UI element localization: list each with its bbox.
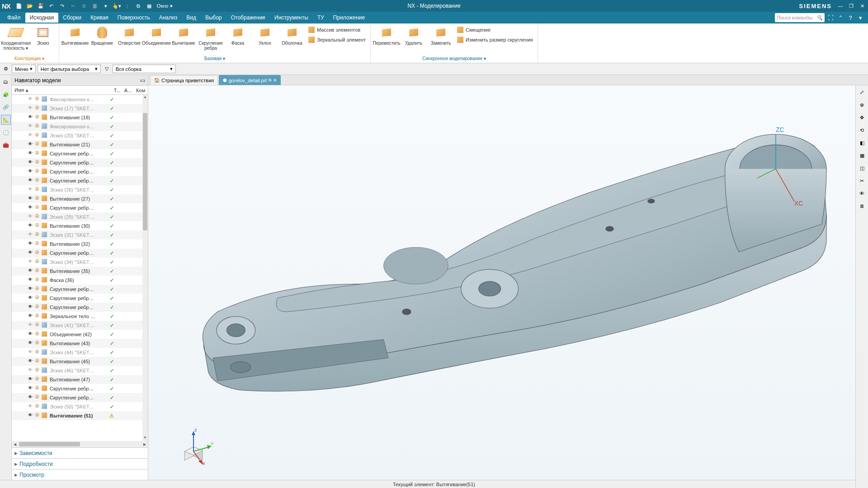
command-search[interactable]: Поиск команды 🔍 [775, 13, 825, 22]
feature-row[interactable]: 👁⦿Зеркальное тело (40)✓ [12, 312, 142, 321]
feature-row[interactable]: 👁⦿Вытягивание (43)✓ [12, 339, 142, 348]
tool-Скругление[interactable]: Скругление ребра [198, 24, 224, 52]
tool-Уклон[interactable]: Уклон [252, 24, 278, 47]
feature-row[interactable]: 👁⦿Фиксированная коорд...✓ [12, 122, 142, 131]
minimize-icon[interactable]: — [836, 3, 844, 9]
feature-row[interactable]: 👁⦿Эскиз (46) "SKETCH_012"✓ [12, 366, 142, 375]
feature-row[interactable]: 👁⦿Эскиз (50) "SKETCH_013"✓ [12, 402, 142, 411]
options-icon[interactable]: ▾ [856, 14, 864, 21]
pin-icon[interactable]: ⌃ [836, 14, 844, 21]
open-icon[interactable]: 📂 [25, 1, 35, 10]
show-hide-icon[interactable]: 👁 [857, 188, 867, 198]
touch-icon[interactable]: 👆▾ [112, 1, 122, 10]
qat-more-icon[interactable]: ▾ [101, 1, 111, 10]
section-preview[interactable]: ▶Просмотр [12, 469, 148, 480]
section-dependencies[interactable]: ▶Зависимости [12, 447, 148, 458]
constraint-navigator-icon[interactable]: 🔗 [1, 102, 11, 112]
feature-row[interactable]: 👁⦿Эскиз (41) "SKETCH_010"✓ [12, 321, 142, 330]
copy-icon[interactable]: ⧉ [79, 1, 89, 10]
tile-icon[interactable]: ▦ [144, 1, 154, 10]
feature-row[interactable]: 👁⦿Вытягивание (32)✓ [12, 239, 142, 249]
tool-Вытягивание[interactable]: Вытягивание [62, 24, 88, 47]
feature-row[interactable]: 👁⦿Вытягивание (47)✓ [12, 375, 142, 384]
tool-Изменить[interactable]: Изменить размер скругления [455, 35, 535, 44]
feature-row[interactable]: 👁⦿Вытягивание (27)✓ [12, 194, 142, 203]
scroll-thumb[interactable] [143, 113, 147, 230]
scroll-up-icon[interactable]: ▲ [142, 95, 148, 100]
roles-icon[interactable]: 🧰 [1, 140, 11, 150]
feature-row[interactable]: 👁⦿Эскиз (26) "SKETCH_006"✓ [12, 185, 142, 194]
section-icon[interactable]: ✂ [857, 176, 867, 186]
ribbon-tab-6[interactable]: Вид [182, 13, 201, 23]
tool-Вращение[interactable]: Вращение [89, 24, 115, 47]
3d-canvas[interactable]: ZC XC Z Y X ⤢ ⊕ ✥ ⟲ [148, 85, 868, 488]
paste-icon[interactable]: 📋 [90, 1, 100, 10]
assembly-navigator-icon[interactable]: 🧩 [1, 89, 11, 99]
tool-Отверстие[interactable]: Отверстие [116, 24, 142, 47]
tool-Вычитание[interactable]: Вычитание [170, 24, 197, 47]
selection-filter-combo[interactable]: Нет фильтра выбора▾ [38, 65, 101, 73]
doc-tab[interactable]: ⬢gorelov_detail.prt⧉✕ [219, 75, 281, 85]
feature-row[interactable]: 👁⦿Вытягивание (45)✓ [12, 357, 142, 366]
shaded-icon[interactable]: ◧ [857, 138, 867, 148]
fullscreen-icon[interactable]: ⛶ [826, 14, 835, 21]
save-icon[interactable]: 💾 [36, 1, 46, 10]
tool-Зеркальный[interactable]: Зеркальный элемент [306, 35, 368, 44]
feature-row[interactable]: 👁⦿Эскиз (34) "SKETCH_009"✓ [12, 258, 142, 267]
vertical-scrollbar[interactable]: ▲ ▼ [142, 95, 148, 441]
feature-row[interactable]: 👁⦿Вытягивание (35)✓ [12, 267, 142, 276]
feature-tree[interactable]: 👁⦿Фиксированная коорд...✓👁⦿Эскиз (17) "S… [12, 95, 148, 441]
scroll-left-icon[interactable]: ◀ [12, 442, 18, 446]
new-icon[interactable]: 📄 [14, 1, 24, 10]
feature-row[interactable]: 👁⦿Эскиз (44) "SKETCH_011"✓ [12, 348, 142, 357]
ribbon-tab-2[interactable]: Сборки [58, 13, 86, 23]
doc-tab[interactable]: 🏠Страница приветствия [150, 75, 218, 85]
help-icon[interactable]: ? [846, 14, 854, 21]
feature-row[interactable]: 👁⦿Вытягивание (30)✓ [12, 221, 142, 230]
feature-row[interactable]: 👁⦿Вытягивание (51)⚠ [12, 411, 142, 420]
redo-icon[interactable]: ↷ [57, 1, 67, 10]
horizontal-scrollbar[interactable]: ◀ ▶ [12, 441, 148, 447]
scroll-right-icon[interactable]: ▶ [142, 442, 148, 446]
tab-close-icon[interactable]: ✕ [273, 78, 277, 83]
feature-row[interactable]: 👁⦿Фиксированная коорд...✓ [12, 95, 142, 104]
layers-icon[interactable]: ≣ [857, 201, 867, 211]
feature-row[interactable]: 👁⦿Скругление ребра (39)✓ [12, 303, 142, 312]
restore-icon[interactable]: ⧉ [133, 1, 143, 10]
hscroll-thumb[interactable] [19, 442, 80, 446]
perspective-icon[interactable]: ◫ [857, 163, 867, 173]
filter-icon[interactable]: ▽ [103, 65, 111, 73]
tool-Удалить[interactable]: Удалить [401, 24, 427, 47]
selection-scope-combo[interactable]: Вся сборка▾ [113, 65, 176, 73]
view-triad[interactable]: Z Y X [175, 424, 216, 465]
tree-columns[interactable]: Имя ▴ Т... А... Ком [12, 86, 148, 95]
undo-icon[interactable]: ↶ [47, 1, 57, 10]
feature-row[interactable]: 👁⦿Скругление ребра (23)✓ [12, 158, 142, 167]
section-details[interactable]: ▶Подробности [12, 458, 148, 469]
feature-row[interactable]: 👁⦿Эскиз (17) "SKETCH_004"✓ [12, 104, 142, 113]
feature-row[interactable]: 👁⦿Эскиз (29) "SKETCH_007"✓ [12, 212, 142, 221]
feature-row[interactable]: 👁⦿Вытягивание (18)✓ [12, 113, 142, 122]
history-icon[interactable]: 🕘 [1, 127, 11, 137]
ribbon-tab-4[interactable]: Поверхность [113, 13, 155, 23]
scroll-down-icon[interactable]: ▼ [142, 436, 148, 441]
feature-row[interactable]: 👁⦿Скругление ребра (38)✓ [12, 294, 142, 303]
feature-row[interactable]: 👁⦿Объединение (42)✓ [12, 330, 142, 339]
maximize-icon[interactable]: ❐ [847, 3, 855, 9]
gear-icon[interactable]: ⚙ [2, 65, 10, 73]
feature-row[interactable]: 👁⦿Скругление ребра (49)✓ [12, 393, 142, 402]
tool-Переместить[interactable]: Переместить [373, 24, 400, 47]
ribbon-tab-7[interactable]: Выбор [201, 13, 226, 23]
wireframe-icon[interactable]: ▦ [857, 150, 867, 160]
feature-row[interactable]: 👁⦿Скругление ребра (48)✓ [12, 384, 142, 393]
close-icon[interactable]: ✕ [858, 3, 866, 9]
feature-row[interactable]: 👁⦿Скругление ребра (28)✓ [12, 203, 142, 212]
tool-Смещение[interactable]: Смещение [455, 25, 535, 34]
rotate-icon[interactable]: ⟲ [857, 125, 867, 135]
tool-Массив[interactable]: Массив элементов [306, 25, 368, 34]
tool-Эскиз[interactable]: Эскиз [30, 24, 56, 47]
ribbon-tab-11[interactable]: Приложение [329, 13, 369, 23]
ribbon-tab-0[interactable]: Файл [3, 13, 25, 23]
zoom-icon[interactable]: ⊕ [857, 100, 867, 110]
tool-Фаска[interactable]: Фаска [225, 24, 251, 47]
